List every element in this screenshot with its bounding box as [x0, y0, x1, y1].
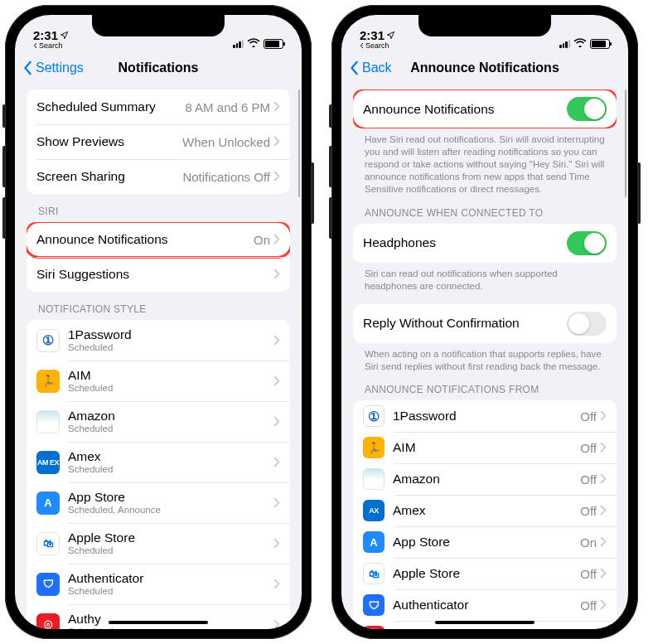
settings-label: Screen Sharing	[36, 169, 125, 184]
chevron-right-icon	[600, 535, 607, 550]
content-area: Announce Notifications Have Siri read ou…	[341, 85, 628, 629]
app-name: AIM	[68, 368, 113, 383]
chevron-right-icon	[273, 99, 280, 114]
announce-toggle-label: Announce Notifications	[363, 102, 495, 117]
announce-app-row-aim[interactable]: 🏃AIMOff	[353, 432, 617, 463]
app-name: Authenticator	[393, 598, 468, 613]
battery-icon	[590, 39, 610, 49]
app-row-authy[interactable]: ⦾AuthyScheduled	[27, 604, 290, 629]
breadcrumb-back[interactable]: Search	[360, 42, 389, 50]
app-name: Amazon	[393, 472, 440, 487]
chevron-right-icon	[273, 617, 280, 629]
nav-bar: Settings Notifications	[15, 51, 302, 85]
announce-app-row-apple-store[interactable]: 🛍Apple StoreOff	[353, 558, 617, 589]
app-icon: A	[36, 491, 60, 515]
announce-app-row-1password[interactable]: ①1PasswordOff	[353, 400, 617, 432]
from-header: ANNOUNCE NOTIFICATIONS FROM	[353, 372, 617, 400]
siri-row-1[interactable]: Siri Suggestions	[27, 257, 290, 292]
app-name: Amex	[68, 449, 113, 464]
connected-header: ANNOUNCE WHEN CONNECTED TO	[353, 196, 617, 224]
app-row-1password[interactable]: ①1PasswordScheduled	[27, 320, 290, 361]
app-value: Off	[580, 409, 597, 424]
settings-row-0[interactable]: Scheduled Summary8 AM and 6 PM	[27, 90, 290, 124]
reply-footer: When acting on a notification that suppo…	[353, 343, 617, 373]
app-icon: ⌣	[36, 410, 60, 433]
app-value: Off	[580, 598, 597, 613]
announce-app-row-amazon[interactable]: ⌣AmazonOff	[353, 463, 617, 495]
app-row-aim[interactable]: 🏃AIMScheduled	[27, 361, 290, 401]
app-sub: Scheduled	[68, 342, 132, 353]
siri-label: Announce Notifications	[36, 232, 168, 247]
chevron-right-icon	[600, 566, 607, 581]
siri-value: On	[254, 233, 270, 247]
app-value: Off	[580, 441, 597, 455]
reply-label: Reply Without Confirmation	[363, 316, 520, 331]
notch	[92, 15, 225, 36]
breadcrumb-back[interactable]: Search	[33, 42, 63, 50]
location-icon	[386, 31, 395, 40]
cell-signal-icon	[233, 40, 244, 48]
siri-label: Siri Suggestions	[36, 267, 129, 282]
nav-back-button[interactable]: Back	[350, 51, 392, 85]
settings-row-2[interactable]: Screen SharingNotifications Off	[27, 159, 290, 194]
app-value: Off	[580, 472, 597, 487]
announce-toggle-row[interactable]: Announce Notifications	[353, 90, 617, 128]
app-row-amazon[interactable]: ⌣AmazonScheduled	[27, 401, 290, 442]
app-icon: AX	[363, 500, 385, 521]
app-icon: AM EX	[36, 451, 60, 474]
app-sub: Scheduled	[68, 627, 113, 629]
announce-toggle[interactable]	[567, 97, 607, 121]
phone-left: 2:31 Search Settings Noti	[5, 5, 312, 639]
app-icon: ⌣	[363, 468, 385, 490]
app-name: Authenticator	[68, 571, 143, 586]
app-sub: Scheduled	[68, 545, 135, 556]
battery-icon	[264, 39, 283, 49]
chevron-right-icon	[273, 455, 280, 470]
reply-toggle-row[interactable]: Reply Without Confirmation	[353, 304, 617, 343]
app-name: App Store	[68, 490, 161, 505]
app-icon: A	[363, 531, 385, 553]
chevron-right-icon	[600, 440, 607, 455]
chevron-left-icon	[350, 61, 360, 75]
headphones-toggle[interactable]	[567, 231, 607, 255]
app-row-authenticator[interactable]: 🛡AuthenticatorScheduled	[27, 564, 290, 604]
app-icon: ⦾	[36, 613, 60, 629]
style-header: NOTIFICATION STYLE	[27, 292, 290, 320]
app-name: Apple Store	[393, 566, 460, 581]
home-indicator[interactable]	[109, 621, 208, 624]
reply-toggle[interactable]	[567, 312, 607, 336]
status-time: 2:31	[33, 29, 58, 42]
scroll-indicator[interactable]	[298, 90, 301, 197]
app-icon: 🛡	[363, 594, 385, 616]
settings-row-1[interactable]: Show PreviewsWhen Unlocked	[27, 124, 290, 159]
app-value: On	[580, 535, 597, 550]
app-sub: Scheduled	[68, 424, 115, 434]
notch	[418, 15, 551, 36]
announce-footer: Have Siri read out notifications. Siri w…	[353, 128, 617, 196]
page-title: Announce Notifications	[410, 61, 559, 75]
nav-back-button[interactable]: Settings	[23, 51, 84, 85]
headphones-toggle-row[interactable]: Headphones	[353, 224, 617, 263]
scroll-indicator[interactable]	[625, 90, 627, 197]
chevron-right-icon	[273, 267, 280, 282]
app-row-amex[interactable]: AM EXAmexScheduled	[27, 442, 290, 482]
app-row-app-store[interactable]: AApp StoreScheduled, Announce	[27, 482, 290, 523]
chevron-right-icon	[600, 598, 607, 613]
status-time: 2:31	[360, 29, 385, 42]
app-icon: 🏃	[36, 370, 60, 393]
announce-app-row-authenticator[interactable]: 🛡AuthenticatorOff	[353, 589, 617, 621]
chevron-right-icon	[273, 134, 280, 149]
wifi-icon	[573, 37, 587, 50]
connected-footer: Siri can read out notifications when sup…	[353, 263, 617, 293]
nav-bar: Back Announce Notifications	[341, 51, 628, 85]
app-icon: 🛍	[363, 563, 385, 584]
announce-app-row-amex[interactable]: AXAmexOff	[353, 495, 617, 526]
app-name: Apple Store	[68, 530, 135, 545]
settings-label: Show Previews	[36, 134, 124, 149]
siri-row-0[interactable]: Announce NotificationsOn	[27, 222, 290, 257]
settings-value: When Unlocked	[182, 135, 270, 149]
announce-app-row-app-store[interactable]: AApp StoreOn	[353, 526, 617, 558]
home-indicator[interactable]	[435, 621, 534, 624]
headphones-label: Headphones	[363, 235, 436, 250]
app-row-apple-store[interactable]: 🛍Apple StoreScheduled	[27, 523, 290, 564]
